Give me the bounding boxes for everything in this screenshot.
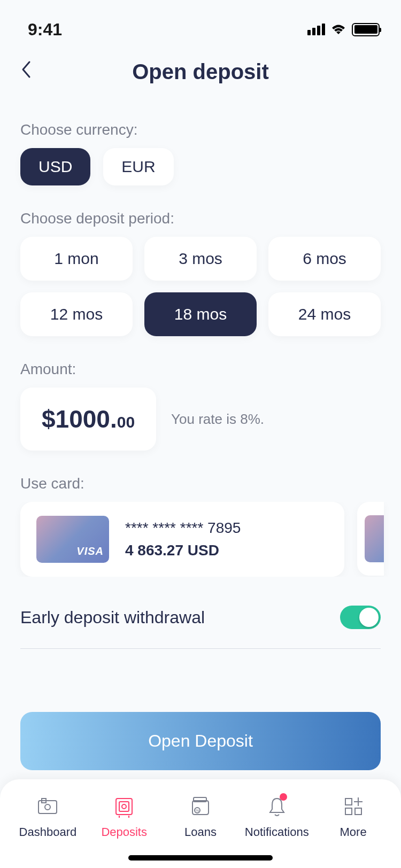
card-visual: VISA xyxy=(36,516,109,563)
card-visual-peek xyxy=(365,515,384,562)
early-withdrawal-toggle[interactable] xyxy=(340,606,381,629)
period-option-1mon[interactable]: 1 mon xyxy=(20,237,133,281)
amount-input[interactable]: $1000.00 xyxy=(20,387,156,451)
home-indicator[interactable] xyxy=(128,855,273,861)
status-bar: 9:41 xyxy=(0,0,401,47)
dashboard-icon xyxy=(35,794,60,819)
card-carousel[interactable]: VISA **** **** **** 7895 4 863.27 USD xyxy=(0,502,401,577)
tab-loans[interactable]: % Loans xyxy=(163,794,238,839)
loans-icon: % xyxy=(188,794,213,819)
status-icons xyxy=(307,23,380,36)
card-number: **** **** **** 7895 xyxy=(125,520,241,537)
tab-dashboard[interactable]: Dashboard xyxy=(10,794,85,839)
currency-option-usd[interactable]: USD xyxy=(20,148,90,185)
svg-rect-13 xyxy=(355,808,361,815)
rate-text: You rate is 8%. xyxy=(171,411,264,428)
period-label: Choose deposit period: xyxy=(20,210,381,227)
tab-label: Notifications xyxy=(245,825,309,839)
amount-row: $1000.00 You rate is 8%. xyxy=(20,387,381,451)
svg-point-2 xyxy=(45,804,50,810)
tab-label: Deposits xyxy=(101,825,147,839)
battery-icon xyxy=(352,23,380,36)
open-deposit-button[interactable]: Open Deposit xyxy=(20,712,381,770)
period-option-12mos[interactable]: 12 mos xyxy=(20,292,133,336)
deposits-icon xyxy=(112,794,136,819)
card-brand: VISA xyxy=(76,545,104,557)
notifications-icon xyxy=(265,794,289,819)
tab-deposits[interactable]: Deposits xyxy=(87,794,161,839)
page-title: Open deposit xyxy=(20,60,381,84)
svg-rect-12 xyxy=(345,808,352,815)
card-info: **** **** **** 7895 4 863.27 USD xyxy=(125,520,241,559)
svg-point-5 xyxy=(122,804,126,809)
currency-options: USD EUR xyxy=(20,148,381,185)
tab-label: Dashboard xyxy=(19,825,77,839)
cellular-signal-icon xyxy=(307,24,325,35)
svg-rect-3 xyxy=(116,799,132,815)
period-option-18mos[interactable]: 18 mos xyxy=(144,292,257,336)
wifi-icon xyxy=(330,24,346,35)
toggle-knob xyxy=(359,608,379,627)
currency-label: Choose currency: xyxy=(20,121,381,138)
period-options: 1 mon 3 mos 6 mos 12 mos 18 mos 24 mos xyxy=(20,237,381,336)
period-option-3mos[interactable]: 3 mos xyxy=(144,237,257,281)
svg-rect-11 xyxy=(345,799,352,805)
svg-text:%: % xyxy=(196,809,199,812)
early-withdrawal-label: Early deposit withdrawal xyxy=(20,608,205,627)
svg-rect-4 xyxy=(119,802,129,811)
card-label: Use card: xyxy=(20,475,381,492)
early-withdrawal-row: Early deposit withdrawal xyxy=(20,606,381,649)
notification-badge-icon xyxy=(280,793,287,801)
tab-label: Loans xyxy=(184,825,217,839)
period-option-24mos[interactable]: 24 mos xyxy=(268,292,381,336)
more-icon xyxy=(341,794,366,819)
tab-more[interactable]: More xyxy=(316,794,391,839)
header: Open deposit xyxy=(0,47,401,97)
amount-cents: 00 xyxy=(117,413,135,431)
back-button[interactable] xyxy=(20,60,31,83)
amount-main: $1000. xyxy=(42,405,117,433)
currency-option-eur[interactable]: EUR xyxy=(103,148,173,185)
period-option-6mos[interactable]: 6 mos xyxy=(268,237,381,281)
status-time: 9:41 xyxy=(28,20,62,40)
card-balance: 4 863.27 USD xyxy=(125,542,241,559)
tab-notifications[interactable]: Notifications xyxy=(240,794,314,839)
card-option-1[interactable]: VISA **** **** **** 7895 4 863.27 USD xyxy=(20,502,344,577)
amount-label: Amount: xyxy=(20,361,381,378)
tab-label: More xyxy=(340,825,367,839)
card-option-next-peek[interactable] xyxy=(357,502,384,576)
